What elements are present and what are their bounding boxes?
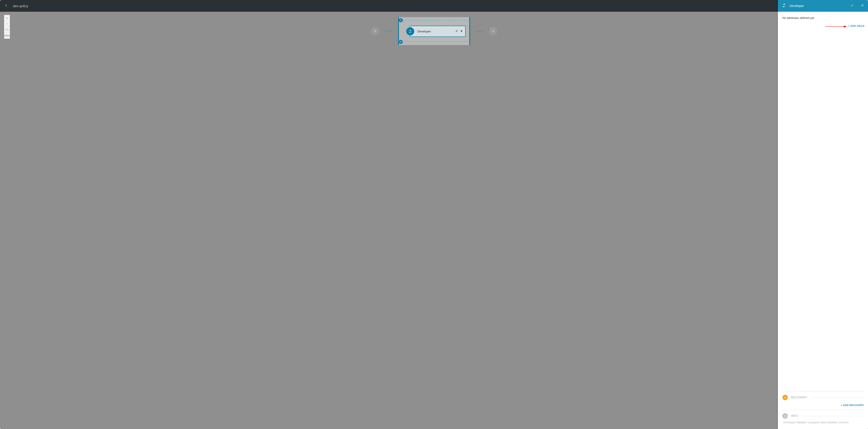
info-section: ? INFO Developer Validator compares valu…	[782, 410, 864, 427]
app-stage: dev-policy + − 1:1 100% + + Developer:	[0, 0, 868, 429]
panel-body: No attributes defined yet. + ADD FIELD R…	[778, 12, 868, 429]
flow-connector	[476, 31, 483, 31]
edit-icon[interactable]	[455, 29, 458, 33]
topbar: dev-policy	[0, 0, 868, 12]
recovery-label: RECOVERY	[791, 396, 808, 399]
node-label: Developer:	[417, 30, 455, 33]
page-title: dev-policy	[13, 4, 28, 8]
flow-connector	[385, 31, 392, 31]
close-icon[interactable]	[860, 3, 864, 8]
flow-lane: + + Developer:	[398, 17, 470, 45]
confirm-icon[interactable]	[850, 3, 854, 8]
lane-add-top-button[interactable]: +	[399, 18, 403, 22]
side-panel: Developer No attributes defined yet. + A…	[778, 0, 868, 429]
add-field-button[interactable]: + ADD FIELD	[848, 25, 864, 27]
info-label: INFO	[791, 415, 799, 418]
flow-end-node[interactable]	[489, 27, 497, 35]
back-arrow-icon[interactable]	[4, 3, 8, 8]
delete-icon[interactable]	[460, 29, 463, 33]
flow-start-node[interactable]	[371, 27, 379, 35]
empty-attributes-text: No attributes defined yet.	[782, 16, 864, 20]
panel-header: Developer	[778, 0, 868, 12]
swap-icon	[781, 3, 786, 9]
svg-text:?: ?	[785, 415, 785, 417]
svg-point-0	[785, 397, 785, 398]
swap-icon	[406, 27, 414, 35]
add-recovery-button[interactable]: + ADD RECOVERY	[841, 404, 864, 406]
recovery-section: RECOVERY + ADD RECOVERY	[782, 391, 864, 410]
developer-node[interactable]: Developer:	[410, 26, 466, 37]
info-icon: ?	[782, 413, 788, 419]
flow-wrap: + + Developer:	[371, 17, 497, 45]
lane-add-bottom-button[interactable]: +	[399, 40, 403, 44]
panel-title: Developer	[789, 4, 847, 8]
recovery-icon	[782, 395, 788, 400]
flow-canvas[interactable]: + + Developer:	[0, 12, 868, 429]
info-description: Developer Validator compares value betwe…	[782, 419, 864, 424]
